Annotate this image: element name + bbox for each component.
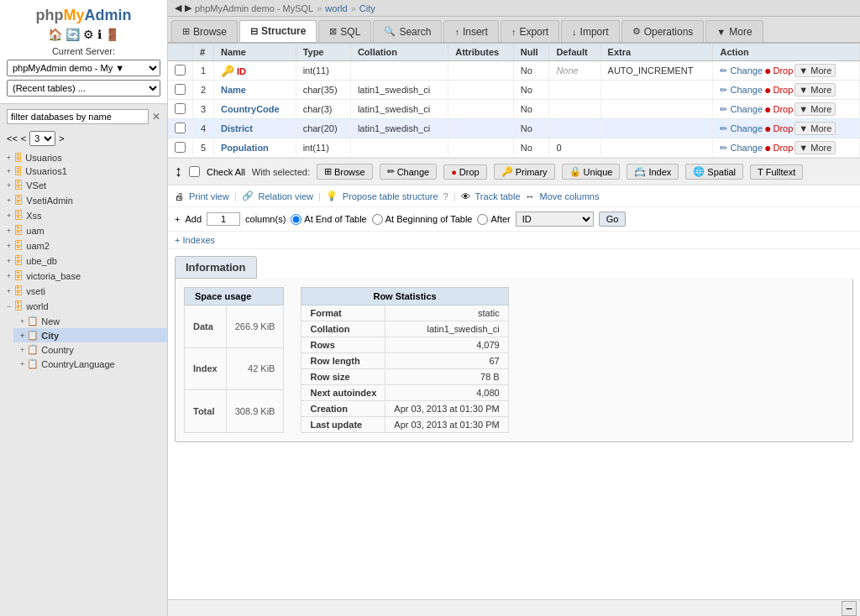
nav-back[interactable]: ◀ <box>175 3 181 13</box>
db-item-VsetiAdmin[interactable]: + 🗄 VsetiAdmin <box>0 193 167 208</box>
page-next[interactable]: > <box>59 133 64 144</box>
ws-index-btn[interactable]: 📇 Index <box>627 164 679 180</box>
ws-fulltext-btn[interactable]: T Fulltext <box>750 164 803 180</box>
space-usage-header: Space usage <box>185 288 284 305</box>
home-icon[interactable]: 🏠 <box>48 28 62 41</box>
db-item-Xss[interactable]: + 🗄 Xss <box>0 208 167 223</box>
info-icon[interactable]: ℹ <box>97 28 102 41</box>
drop-btn-4[interactable]: Drop <box>773 123 794 133</box>
row-checkbox-5[interactable] <box>175 142 186 153</box>
table-item-CountryLanguage[interactable]: + 📋 CountryLanguage <box>13 357 167 371</box>
db-tree: + 🗄 Usuarios + 🗄 Usuarios1 + 🗄 VSet + 🗄 … <box>0 149 167 616</box>
row-num-1: 1 <box>193 61 214 81</box>
tab-more[interactable]: ▼ More <box>705 20 763 42</box>
db-item-vseti[interactable]: + 🗄 vseti <box>0 284 167 299</box>
filter-input[interactable] <box>7 109 149 124</box>
filter-clear-icon[interactable]: ✕ <box>152 111 160 123</box>
indexes-link[interactable]: + Indexes <box>175 235 215 245</box>
more-btn-1[interactable]: ▼ More <box>794 64 836 77</box>
title-db[interactable]: world <box>325 3 347 13</box>
db-item-Usuarios1[interactable]: + 🗄 Usuarios1 <box>0 164 167 178</box>
ws-browse-btn[interactable]: ⊞ Browse <box>317 164 373 180</box>
ws-primary-btn[interactable]: 🔑 Primary <box>494 164 555 180</box>
more-btn-3[interactable]: ▼ More <box>794 102 836 116</box>
db-item-ube_db[interactable]: + 🗄 ube_db <box>0 253 167 269</box>
tab-import[interactable]: ↓ Import <box>561 20 620 42</box>
go-button[interactable]: Go <box>599 211 627 227</box>
db-item-uam[interactable]: + 🗄 uam <box>0 223 167 238</box>
settings-icon[interactable]: ⚙ <box>83 28 94 41</box>
change-btn-4[interactable]: ✏ Change <box>720 123 763 134</box>
row-checkbox-4[interactable] <box>175 123 186 133</box>
db-item-victoria_base[interactable]: + 🗄 victoria_base <box>0 269 167 284</box>
page-prev-prev[interactable]: << <box>7 133 18 144</box>
more-btn-4[interactable]: ▼ More <box>794 122 836 135</box>
page-select[interactable]: 3 <box>29 131 55 146</box>
row-extra-1: AUTO_INCREMENT <box>600 61 713 81</box>
at-end-radio-label[interactable]: At End of Table <box>291 214 366 225</box>
nav-forward[interactable]: ▶ <box>185 3 191 13</box>
title-table[interactable]: City <box>359 3 375 13</box>
propose-structure-link[interactable]: Propose table structure <box>343 191 438 201</box>
after-radio-label[interactable]: After <box>477 214 510 225</box>
more-btn-5[interactable]: ▼ More <box>794 141 836 154</box>
at-beginning-radio[interactable] <box>372 214 383 225</box>
drop-btn-3[interactable]: Drop <box>773 104 794 114</box>
change-btn-1[interactable]: ✏ Change <box>720 65 763 76</box>
tab-browse[interactable]: ⊞ Browse <box>171 20 238 42</box>
tab-export[interactable]: ↑ Export <box>501 20 559 42</box>
change-btn-3[interactable]: ✏ Change <box>720 104 763 115</box>
tab-insert[interactable]: ↑ Insert <box>443 20 499 42</box>
ws-change-btn[interactable]: ✏ Change <box>380 164 438 180</box>
relation-view-link[interactable]: Relation view <box>259 191 313 201</box>
after-radio[interactable] <box>477 214 488 225</box>
ws-unique-btn[interactable]: 🔒 Unique <box>562 164 621 180</box>
after-column-select[interactable]: ID Name CountryCode District Population <box>516 211 594 227</box>
db-item-world[interactable]: − 🗄 world <box>0 299 167 314</box>
tab-search[interactable]: 🔍 Search <box>373 20 442 42</box>
drop-btn-1[interactable]: Drop <box>773 65 794 76</box>
change-btn-5[interactable]: ✏ Change <box>720 143 763 154</box>
table-row: 1 🔑 ID int(11) No None AUTO_INCREMENT ✏ … <box>168 61 860 81</box>
server-select[interactable]: phpMyAdmin demo - My ▼ <box>7 60 160 76</box>
change-btn-2[interactable]: ✏ Change <box>720 85 763 96</box>
recent-tables-select[interactable]: (Recent tables) ... <box>7 80 160 97</box>
db-item-uam2[interactable]: + 🗄 uam2 <box>0 238 167 253</box>
tab-operations[interactable]: ⚙ Operations <box>621 20 705 42</box>
db-item-Usuarios[interactable]: + 🗄 Usuarios <box>0 151 167 164</box>
db-item-VSet[interactable]: + 🗄 VSet <box>0 178 167 193</box>
exit-icon[interactable]: 🚪 <box>105 28 119 41</box>
row-checkbox-2[interactable] <box>175 84 186 95</box>
at-beginning-radio-label[interactable]: At Beginning of Table <box>372 214 473 225</box>
col-type-header[interactable]: Type <box>296 44 350 61</box>
page-prev[interactable]: < <box>21 133 26 144</box>
print-view-link[interactable]: Print view <box>189 191 229 201</box>
at-end-radio[interactable] <box>291 214 302 225</box>
tab-structure[interactable]: ⊟ Structure <box>239 20 317 42</box>
col-collation-header[interactable]: Collation <box>350 44 448 61</box>
space-data-label: Data <box>185 305 227 348</box>
db-icon-VsetiAdmin: 🗄 <box>13 195 24 206</box>
more-btn-2[interactable]: ▼ More <box>794 83 836 97</box>
check-all-checkbox[interactable] <box>189 166 200 177</box>
reload-icon[interactable]: 🔄 <box>66 28 80 41</box>
table-item-New[interactable]: + 📋 New <box>13 314 167 328</box>
ws-spatial-label: Spatial <box>707 167 736 177</box>
drop-btn-5[interactable]: Drop <box>773 143 794 153</box>
row-checkbox-3[interactable] <box>175 103 186 114</box>
ws-index-label: Index <box>648 167 671 177</box>
col-name-header[interactable]: Name <box>214 44 296 61</box>
row-checkbox-1[interactable] <box>175 65 186 76</box>
ws-spatial-btn[interactable]: 🌐 Spatial <box>685 164 743 180</box>
structure-icon: ⊟ <box>250 26 258 37</box>
table-item-City[interactable]: + 📋 City <box>13 328 167 342</box>
ws-drop-btn[interactable]: ● Drop <box>443 164 487 180</box>
tab-sql[interactable]: ⊠ SQL <box>318 20 371 42</box>
track-table-link[interactable]: Track table <box>475 191 521 201</box>
collapse-icon[interactable]: − <box>842 601 857 616</box>
table-item-Country[interactable]: + 📋 Country <box>13 342 167 357</box>
drop-btn-2[interactable]: Drop <box>773 85 794 95</box>
move-columns-link[interactable]: Move columns <box>540 191 600 201</box>
bottom-bar: − <box>168 599 860 616</box>
add-col-input[interactable] <box>207 212 240 226</box>
